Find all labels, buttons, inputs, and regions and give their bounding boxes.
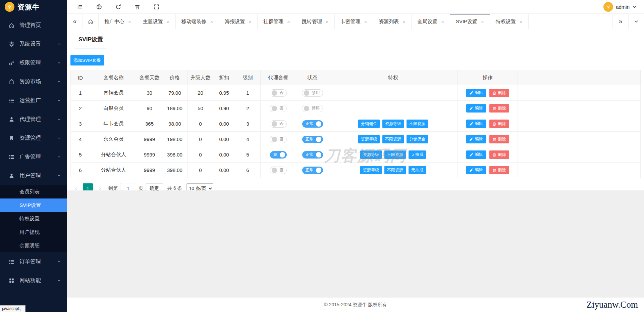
tab-close-icon[interactable]: × (128, 19, 131, 24)
delete-button[interactable]: 删除 (489, 120, 509, 128)
tabs-menu-button[interactable] (628, 14, 644, 29)
cell-discount: 0.90 (213, 101, 235, 116)
tab-community-management[interactable]: 社群管理× (258, 14, 296, 29)
page-size-select[interactable]: 10 条/页 (186, 183, 213, 190)
tabs-scroll-left-button[interactable]: « (67, 14, 83, 29)
delete-button[interactable]: 删除 (489, 135, 509, 143)
chevron-up-icon (57, 174, 61, 178)
tab-home[interactable] (83, 14, 99, 29)
refresh-icon[interactable] (115, 4, 121, 10)
sidebar-item-dashboard[interactable]: 管理首页 (0, 16, 67, 35)
current-page-button[interactable]: 1 (83, 183, 93, 190)
edit-button[interactable]: 编辑 (466, 120, 486, 128)
agent-package-toggle[interactable]: 是 (270, 151, 287, 159)
sidebar-subitem-svip-settings[interactable]: SVIP设置 (0, 198, 67, 212)
tab-promotion-center[interactable]: 推广中心× (99, 14, 137, 29)
chevron-down-icon (632, 5, 637, 9)
tab-mobile-decoration[interactable]: 移动端装修× (176, 14, 219, 29)
status-toggle[interactable]: 禁用 (302, 89, 323, 97)
tab-close-icon[interactable]: × (326, 19, 329, 24)
pencil-icon (469, 153, 473, 157)
edit-button[interactable]: 编辑 (466, 135, 486, 143)
sidebar-item-agent-management[interactable]: 代理管理 (0, 110, 67, 129)
toggle-knob (316, 137, 321, 142)
tab-close-icon[interactable]: × (520, 19, 523, 24)
trash-small-icon (492, 91, 496, 95)
delete-button[interactable]: 删除 (489, 166, 509, 174)
tab-close-icon[interactable]: × (441, 19, 444, 24)
privilege-tag: 不限资源 (382, 135, 404, 143)
sidebar-item-resource-market[interactable]: 资源市场 (0, 72, 67, 91)
tab-label: 主题设置 (143, 18, 163, 25)
sidebar-item-label: 广告管理 (19, 153, 57, 161)
sidebar-subitem-user-withdrawal[interactable]: 用户提现 (0, 225, 67, 239)
sidebar-item-ad-management[interactable]: 广告管理 (0, 147, 67, 166)
delete-button[interactable]: 删除 (489, 104, 509, 113)
tab-resource-list[interactable]: 资源列表× (373, 14, 412, 29)
delete-button[interactable]: 删除 (489, 150, 509, 159)
tab-close-icon[interactable]: × (481, 19, 484, 24)
trash-small-icon (492, 106, 496, 110)
sidebar-item-system-settings[interactable]: 系统设置 (0, 35, 67, 53)
sidebar-subitem-member-list[interactable]: 会员列表 (0, 185, 67, 198)
toggle-knob (272, 106, 277, 111)
app-logo[interactable]: 资源牛 (0, 0, 67, 14)
tab-close-icon[interactable]: × (210, 19, 213, 24)
next-page-button[interactable]: › (95, 183, 105, 190)
toggle-label: 禁用 (312, 90, 320, 96)
confirm-page-button[interactable]: 确定 (146, 183, 163, 190)
cell-agent: 否 (261, 116, 296, 132)
tab-redirect-management[interactable]: 跳转管理× (296, 14, 335, 29)
sidebar-item-site-features[interactable]: 网站功能 (0, 271, 67, 290)
status-toggle[interactable]: 正常 (302, 136, 323, 143)
tab-cardkey-management[interactable]: 卡密管理× (335, 14, 373, 29)
tab-close-icon[interactable]: × (167, 19, 170, 24)
sidebar-item-permission-management[interactable]: 权限管理 (0, 53, 67, 72)
sidebar-subitem-balance-details[interactable]: 余额明细 (0, 239, 67, 252)
tab-close-icon[interactable]: × (402, 19, 406, 24)
table-header-cell: 套餐名称 (90, 70, 137, 85)
tab-svip-settings[interactable]: SVIP设置× (450, 14, 490, 29)
agent-package-toggle[interactable]: 否 (270, 136, 287, 143)
tab-close-icon[interactable]: × (249, 19, 252, 24)
edit-button[interactable]: 编辑 (466, 104, 486, 113)
status-toggle[interactable]: 正常 (302, 151, 323, 159)
tab-close-icon[interactable]: × (287, 19, 290, 24)
collapse-menu-icon[interactable] (77, 4, 83, 10)
chevron-down-icon (57, 117, 61, 121)
panel-tab-svip[interactable]: SVIP设置 (75, 36, 106, 48)
status-toggle[interactable]: 正常 (302, 120, 323, 128)
cell-upgrades: 0 (188, 132, 213, 147)
tab-poster-settings[interactable]: 海报设置× (219, 14, 258, 29)
agent-package-toggle[interactable]: 否 (270, 105, 287, 112)
add-svip-package-button[interactable]: 添加SVIP套餐 (70, 55, 104, 65)
status-toggle[interactable]: 禁用 (302, 105, 323, 112)
user-menu[interactable]: admin (603, 2, 644, 12)
edit-button[interactable]: 编辑 (466, 166, 486, 174)
trash-icon[interactable] (135, 4, 140, 10)
sidebar-item-user-management[interactable]: 用户管理 (0, 166, 67, 185)
page-jump-input[interactable] (120, 183, 136, 190)
fullscreen-icon[interactable] (154, 4, 159, 10)
cell-filler (518, 147, 641, 163)
button-label: 编辑 (475, 152, 483, 158)
sidebar-item-resource-management[interactable]: 资源管理 (0, 129, 67, 147)
sidebar-item-operation-promotion[interactable]: 运营推广 (0, 91, 67, 110)
globe-icon[interactable] (96, 4, 102, 10)
edit-button[interactable]: 编辑 (466, 150, 486, 159)
edit-button[interactable]: 编辑 (466, 89, 486, 97)
tab-theme-settings[interactable]: 主题设置× (137, 14, 176, 29)
tab-global-settings[interactable]: 全局设置× (412, 14, 450, 29)
agent-package-toggle[interactable]: 否 (270, 120, 287, 128)
delete-button[interactable]: 删除 (489, 89, 509, 97)
tab-close-icon[interactable]: × (364, 19, 367, 24)
cell-discount: 0.00 (213, 132, 235, 147)
status-toggle[interactable]: 正常 (302, 167, 323, 174)
tab-privilege-settings[interactable]: 特权设置× (490, 14, 529, 29)
agent-package-toggle[interactable]: 否 (270, 89, 287, 97)
sidebar-subitem-privilege-settings[interactable]: 特权设置 (0, 212, 67, 225)
prev-page-button[interactable]: ‹ (71, 183, 80, 190)
agent-package-toggle[interactable]: 否 (270, 167, 287, 174)
sidebar-item-order-management[interactable]: 订单管理 (0, 252, 67, 271)
tabs-scroll-right-button[interactable]: » (612, 14, 628, 29)
